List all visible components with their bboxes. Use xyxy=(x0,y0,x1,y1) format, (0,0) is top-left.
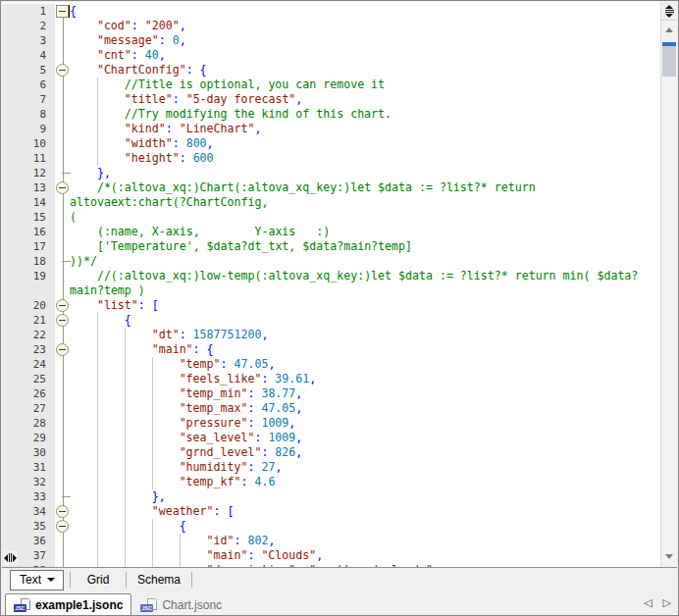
file-tab-bar: JSC example1.jsonc JSC Chart.jsonc xyxy=(2,591,677,616)
line-number: 22 xyxy=(2,328,55,342)
code-text: /*(:altova_xq:)Chart(:altova_xq_key:)let… xyxy=(70,180,536,195)
code-row[interactable]: 7"title": "5-day forecast", xyxy=(2,92,660,107)
code-text: "id": 802, xyxy=(70,534,275,548)
fold-margin-cell[interactable] xyxy=(55,313,70,328)
line-number: 34 xyxy=(2,504,55,519)
code-row[interactable]: 16(:name, X-axis, Y-axis :) xyxy=(2,225,660,239)
code-row[interactable]: 26"temp_min": 38.77, xyxy=(2,386,660,401)
fold-collapse-icon[interactable] xyxy=(56,314,69,327)
code-row[interactable]: 18))*/ xyxy=(2,254,660,269)
code-row[interactable]: 31"humidity": 27, xyxy=(2,460,660,475)
line-number: 12 xyxy=(2,166,55,180)
code-text: ( xyxy=(70,210,77,225)
code-row[interactable]: 24"temp": 47.05, xyxy=(2,357,660,372)
code-row[interactable]: 32"temp_kf": 4.6 xyxy=(2,475,660,489)
fold-margin-cell[interactable] xyxy=(55,4,70,19)
fold-margin-cell[interactable] xyxy=(55,342,70,357)
code-text: (:name, X-axis, Y-axis :) xyxy=(70,225,330,239)
horizontal-split-handle[interactable] xyxy=(3,550,18,565)
code-row[interactable]: 21{ xyxy=(2,313,660,328)
code-row[interactable]: 10"width": 800, xyxy=(2,136,660,151)
tab-text-view[interactable]: Text xyxy=(10,570,64,590)
line-number: 6 xyxy=(2,77,55,92)
line-number: 26 xyxy=(2,386,55,401)
code-row[interactable]: 3"message": 0, xyxy=(2,33,660,48)
line-number: 1 xyxy=(2,4,55,19)
code-row[interactable]: 5"ChartConfig": { xyxy=(2,63,660,77)
code-row[interactable]: 12}, xyxy=(2,166,660,180)
code-row[interactable]: 4"cnt": 40, xyxy=(2,48,660,63)
text-view-pane: 1{2"cod": "200",3"message": 0,4"cnt": 40… xyxy=(2,2,677,567)
fold-collapse-icon[interactable] xyxy=(56,5,69,18)
fold-margin-cell xyxy=(55,33,70,48)
fold-collapse-icon[interactable] xyxy=(56,299,69,312)
fold-margin-cell xyxy=(55,210,70,225)
code-editor[interactable]: 1{2"cod": "200",3"message": 0,4"cnt": 40… xyxy=(2,2,660,567)
code-row[interactable]: 13/*(:altova_xq:)Chart(:altova_xq_key:)l… xyxy=(2,180,660,195)
fold-margin-cell[interactable] xyxy=(55,298,70,313)
vertical-scrollbar[interactable] xyxy=(660,2,677,567)
code-row[interactable]: 29"sea_level": 1009, xyxy=(2,431,660,445)
code-row[interactable]: 6//Title is optional, you can remove it xyxy=(2,77,660,92)
code-row[interactable]: 17['Temperature', $data?dt_txt, $data?ma… xyxy=(2,239,660,254)
fold-margin-cell xyxy=(55,48,70,63)
tab-schema-view[interactable]: Schema xyxy=(127,570,191,590)
fold-margin-cell xyxy=(55,283,70,298)
code-row[interactable]: 33}, xyxy=(2,489,660,504)
fold-margin-cell[interactable] xyxy=(55,63,70,77)
code-row[interactable]: main?temp ) xyxy=(2,283,660,298)
fold-collapse-icon[interactable] xyxy=(56,505,69,518)
code-row[interactable]: 37"main": "Clouds", xyxy=(2,548,660,563)
scroll-up-button[interactable] xyxy=(661,23,677,37)
prev-tab-arrow-icon[interactable]: ◁ xyxy=(644,596,652,609)
code-row[interactable]: 22"dt": 1587751200, xyxy=(2,328,660,342)
code-row[interactable]: 28"pressure": 1009, xyxy=(2,416,660,431)
code-row[interactable]: 30"grnd_level": 826, xyxy=(2,445,660,460)
split-window-button[interactable] xyxy=(661,2,677,21)
code-row[interactable]: 20"list": [ xyxy=(2,298,660,313)
fold-collapse-icon[interactable] xyxy=(56,343,69,356)
scrollbar-thumb[interactable] xyxy=(662,46,676,77)
code-row[interactable]: 9"kind": "LineChart", xyxy=(2,122,660,136)
fold-margin-cell[interactable] xyxy=(55,180,70,195)
next-tab-arrow-icon[interactable]: ▷ xyxy=(663,596,671,609)
line-number: 31 xyxy=(2,460,55,475)
arrow-up-icon xyxy=(665,27,673,32)
code-text: "weather": [ xyxy=(70,504,235,519)
tab-grid-view[interactable]: Grid xyxy=(71,570,126,590)
code-row[interactable]: 25"feels_like": 39.61, xyxy=(2,372,660,386)
code-row[interactable]: 8//Try modifying the kind of this chart. xyxy=(2,107,660,122)
scroll-down-button[interactable] xyxy=(661,549,677,564)
code-text: "temp_kf": 4.6 xyxy=(70,475,275,489)
fold-collapse-icon[interactable] xyxy=(56,520,69,533)
fold-end-tick xyxy=(62,496,71,497)
code-row[interactable]: 14altovaext:chart(?ChartConfig, xyxy=(2,195,660,210)
code-row[interactable]: 35{ xyxy=(2,519,660,534)
line-number xyxy=(2,283,55,298)
fold-margin-cell xyxy=(55,357,70,372)
code-row[interactable]: 34"weather": [ xyxy=(2,504,660,519)
code-row[interactable]: 2"cod": "200", xyxy=(2,19,660,33)
line-number: 13 xyxy=(2,180,55,195)
fold-margin-cell[interactable] xyxy=(55,519,70,534)
code-row[interactable]: 27"temp_max": 47.05, xyxy=(2,401,660,416)
fold-margin-cell xyxy=(55,460,70,475)
fold-collapse-icon[interactable] xyxy=(56,181,69,194)
code-row[interactable]: 11"height": 600 xyxy=(2,151,660,166)
fold-margin-cell[interactable] xyxy=(55,504,70,519)
code-row[interactable]: 36"id": 802, xyxy=(2,534,660,548)
file-tab-example1[interactable]: JSC example1.jsonc xyxy=(5,593,131,616)
line-number: 15 xyxy=(2,210,55,225)
code-row[interactable]: 1{ xyxy=(2,4,660,19)
file-tab-scroller: ◁ ▷ xyxy=(644,596,671,609)
fold-collapse-icon[interactable] xyxy=(56,64,69,77)
fold-margin-cell xyxy=(55,416,70,431)
code-row[interactable]: 23"main": { xyxy=(2,342,660,357)
fold-margin-cell xyxy=(55,151,70,166)
line-number: 14 xyxy=(2,195,55,210)
file-tab-chart[interactable]: JSC Chart.jsonc xyxy=(131,593,231,616)
code-row[interactable]: 19//(:altova_xq:)low-temp(:altova_xq_key… xyxy=(2,269,660,283)
line-number: 18 xyxy=(2,254,55,269)
code-row[interactable]: 15( xyxy=(2,210,660,225)
fold-margin-cell xyxy=(55,19,70,33)
